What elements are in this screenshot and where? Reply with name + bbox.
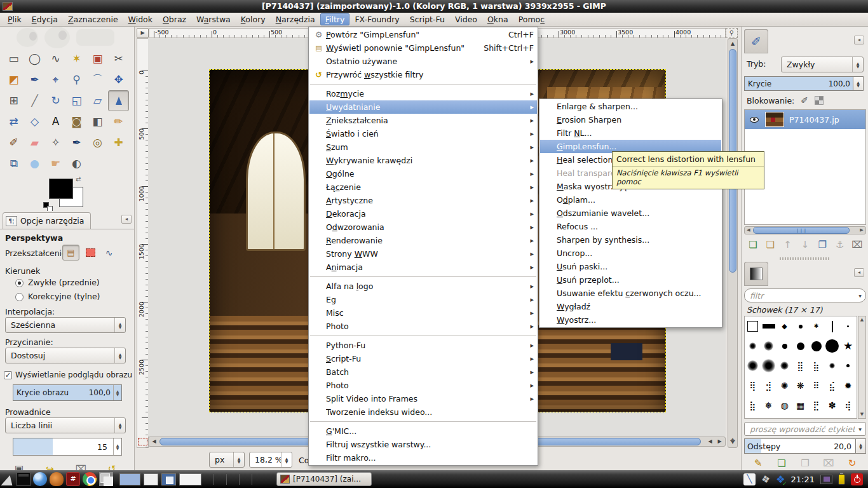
filters-item-batch[interactable]: Batch▸ bbox=[309, 365, 537, 379]
enhance-item-wyostrz[interactable]: Wyostrz... bbox=[540, 313, 721, 327]
scroll-right-icon[interactable]: ▶ bbox=[715, 437, 724, 446]
launcher-menu-icon[interactable] bbox=[1, 475, 15, 485]
brush-block[interactable] bbox=[761, 316, 776, 336]
filters-item-animacja[interactable]: Animacja▸ bbox=[309, 261, 537, 274]
tool-paintbrush[interactable]: ✐ bbox=[3, 132, 24, 153]
tool-free-select[interactable]: ∿ bbox=[45, 48, 66, 69]
spinner-arrows-icon[interactable]: ▲▼ bbox=[853, 76, 864, 91]
dock-menu-arrow-icon[interactable]: ◂ bbox=[854, 268, 864, 277]
ruler-corner-button[interactable]: ▶ bbox=[137, 28, 149, 38]
tool-zoom-tool[interactable]: ⚲ bbox=[66, 69, 87, 90]
tray-origami-icon[interactable]: ❖ bbox=[760, 472, 771, 486]
tool-clone[interactable]: ◎ bbox=[87, 132, 108, 153]
launcher-terminal-icon[interactable] bbox=[17, 472, 31, 486]
brush-scatter-1[interactable]: ⣺ bbox=[761, 376, 776, 395]
brush-fuzzy-4[interactable] bbox=[761, 356, 776, 376]
new-layer-button[interactable]: ❏ bbox=[745, 238, 761, 252]
tool-select-by-color[interactable]: ▣ bbox=[87, 48, 108, 69]
tool-rotate[interactable]: ↻ bbox=[45, 90, 66, 111]
menu-okna[interactable]: Okna bbox=[482, 13, 513, 25]
brush-scatter-4[interactable]: ⣟ bbox=[808, 395, 824, 415]
brush-dot-tiny[interactable] bbox=[840, 316, 856, 336]
launcher-windows-icon[interactable] bbox=[99, 472, 113, 486]
spinner-arrows-icon[interactable]: ▲▼ bbox=[113, 385, 121, 400]
enhance-item-refocus[interactable]: Refocus ... bbox=[540, 220, 721, 233]
tool-gradient[interactable]: ◧ bbox=[87, 111, 108, 132]
lower-layer-button[interactable]: ↓ bbox=[797, 238, 813, 252]
spacing-spinbox[interactable]: Odstępy 20,0 bbox=[744, 438, 856, 454]
visibility-eye-icon[interactable] bbox=[750, 117, 759, 123]
clipping-combo[interactable]: Dostosuj ▲▼ bbox=[5, 348, 126, 363]
quick-mask-toggle[interactable] bbox=[138, 438, 147, 445]
brush-tags-input[interactable]: proszę wprowadzić etykiety ▼ bbox=[744, 422, 866, 436]
tool-foreground-select[interactable]: ◩ bbox=[3, 69, 24, 90]
tool-perspective[interactable] bbox=[108, 90, 129, 111]
delete-layer-button[interactable]: ⌧ bbox=[850, 238, 865, 252]
vertical-scrollbar[interactable]: ▲ ▼ bbox=[728, 38, 738, 448]
scroll-left-icon[interactable]: ◀ bbox=[705, 437, 715, 446]
enhance-item-erosion-sharpen[interactable]: Erosion Sharpen bbox=[540, 113, 721, 126]
brush-circle-2[interactable] bbox=[792, 336, 808, 356]
brush-fuzzy-2[interactable] bbox=[761, 336, 776, 356]
foreground-color-swatch[interactable] bbox=[49, 179, 73, 199]
lock-alpha-icon[interactable] bbox=[815, 96, 824, 105]
menu-plik[interactable]: Plik bbox=[3, 13, 27, 25]
tool-scissors-select[interactable]: ✂ bbox=[108, 48, 129, 69]
brush-scrollbar[interactable]: ▲ ▼ bbox=[858, 316, 866, 419]
tool-blur-sharpen[interactable]: ● bbox=[24, 153, 45, 174]
scroll-right-icon[interactable]: ▶ bbox=[858, 227, 865, 234]
brush-fuzzy-5[interactable] bbox=[776, 356, 792, 376]
brush-clipboard[interactable] bbox=[745, 316, 761, 336]
brush-ring[interactable]: ◍ bbox=[776, 395, 792, 415]
refresh-brushes-button[interactable]: ↻ bbox=[844, 456, 860, 470]
tool-fuzzy-select[interactable]: ✶ bbox=[66, 48, 87, 69]
tool-text[interactable]: A bbox=[45, 111, 66, 132]
tool-heal[interactable]: ✚ bbox=[108, 132, 129, 153]
anchor-layer-button[interactable]: ⚓ bbox=[832, 238, 848, 252]
enhance-item-usun-paski[interactable]: Usuń paski... bbox=[540, 260, 721, 273]
menu-script-fu[interactable]: Script-Fu bbox=[405, 13, 450, 25]
enhance-item-filtr-nl[interactable]: Filtr NL... bbox=[540, 126, 721, 140]
filters-item-photo-2[interactable]: Photo▸ bbox=[309, 379, 537, 392]
brush-circle-4[interactable] bbox=[824, 336, 840, 356]
brush-circle-3[interactable] bbox=[808, 336, 824, 356]
brush-snowflake[interactable]: ❅ bbox=[761, 395, 776, 415]
scroll-down-icon[interactable]: ▼ bbox=[858, 411, 865, 418]
scroll-up-icon[interactable]: ▲ bbox=[858, 316, 865, 323]
filters-item-alfa-na-logo[interactable]: Alfa na logo▸ bbox=[309, 280, 537, 293]
tool-dodge-burn[interactable]: ◐ bbox=[66, 153, 87, 174]
tool-move[interactable]: ✥ bbox=[108, 69, 129, 90]
enhance-item-usun-przeplot[interactable]: Usuń przeplot... bbox=[540, 273, 721, 287]
guides-combo[interactable]: Liczba linii ▲▼ bbox=[5, 417, 126, 433]
scroll-left-icon[interactable]: ◀ bbox=[149, 437, 159, 446]
tool-ellipse-select[interactable]: ◯ bbox=[24, 48, 45, 69]
brush-dot-2[interactable] bbox=[840, 356, 856, 376]
brush-line[interactable] bbox=[824, 316, 840, 336]
menu-zaznaczenie[interactable]: Zaznaczenie bbox=[63, 13, 123, 25]
brush-chalk[interactable]: ⢿ bbox=[745, 376, 761, 395]
raise-layer-button[interactable]: ↑ bbox=[780, 238, 796, 252]
menu-kolory[interactable]: Kolory bbox=[236, 13, 271, 25]
pager-desktop-1[interactable] bbox=[119, 473, 140, 485]
brush-filter-input[interactable]: filtr ▼ bbox=[744, 288, 866, 302]
filters-item-artystyczne[interactable]: Artystyczne▸ bbox=[309, 194, 537, 207]
menu-edycja[interactable]: Edycja bbox=[27, 13, 63, 25]
tray-wand-icon[interactable]: ╲ bbox=[743, 473, 756, 485]
enhance-item-czerwone-oczy[interactable]: Usuwanie efektu czerwonych oczu... bbox=[540, 287, 721, 300]
transform-path-button[interactable]: ∿ bbox=[100, 245, 118, 261]
menu-narzedzia[interactable]: Narzędzia bbox=[271, 13, 320, 25]
enhance-item-sharpen-by-synthesis[interactable]: Sharpen by synthesis... bbox=[540, 233, 721, 247]
tool-shear[interactable]: ▱ bbox=[87, 90, 108, 111]
tool-cage-transform[interactable]: ◇ bbox=[24, 111, 45, 132]
filters-item-filtr-makro[interactable]: Filtr makro... bbox=[309, 451, 537, 464]
filters-item-uwydatnianie[interactable]: Uwydatnianie▸ bbox=[309, 100, 537, 114]
interpolation-combo[interactable]: Sześcienna ▲▼ bbox=[5, 317, 126, 333]
brush-burst-2[interactable]: ✹ bbox=[840, 376, 856, 395]
filters-item-szum[interactable]: Szum▸ bbox=[309, 140, 537, 154]
filters-item-ogolne[interactable]: Ogólne▸ bbox=[309, 167, 537, 180]
brush-dot-small[interactable] bbox=[792, 316, 808, 336]
spinner-arrows-icon[interactable]: ▲▼ bbox=[113, 438, 121, 455]
tool-pencil[interactable]: ✏ bbox=[108, 111, 129, 132]
lock-paint-icon[interactable]: ✐ bbox=[801, 95, 808, 105]
navigation-icon[interactable]: ✥ bbox=[728, 437, 738, 446]
